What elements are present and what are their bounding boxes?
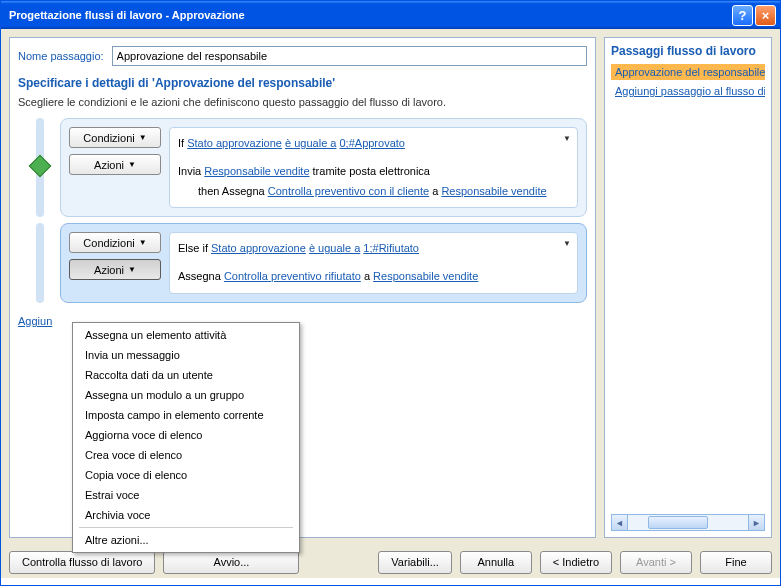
- caret-down-icon[interactable]: ▼: [563, 237, 571, 251]
- task-link[interactable]: Controlla preventivo con il cliente: [268, 185, 429, 197]
- scroll-thumb[interactable]: [648, 516, 708, 529]
- assignee-link[interactable]: Responsabile vendite: [441, 185, 546, 197]
- condition-op-link[interactable]: è uguale a: [309, 242, 360, 254]
- main-panel: Nome passaggio: Specificare i dettagli d…: [9, 37, 596, 538]
- check-workflow-button[interactable]: Controlla flusso di lavoro: [9, 551, 155, 574]
- task-link[interactable]: Controlla preventivo rifiutato: [224, 270, 361, 282]
- step-name-input[interactable]: [112, 46, 587, 66]
- scroll-left-button[interactable]: ◄: [611, 514, 628, 531]
- workflow-step-selected: Condizioni▼ Azioni▼ ▼ Else if Stato appr…: [60, 223, 587, 303]
- condition-op-link[interactable]: è uguale a: [285, 137, 336, 149]
- side-add-step-link[interactable]: Aggiungi passaggio al flusso di lav: [611, 83, 765, 99]
- menu-item[interactable]: Copia voce di elenco: [75, 465, 297, 485]
- variables-button[interactable]: Variabili...: [378, 551, 451, 574]
- diamond-icon: [29, 155, 52, 178]
- condition-value-link[interactable]: 1;#Rifiutato: [363, 242, 419, 254]
- assignee-link[interactable]: Responsabile vendite: [373, 270, 478, 282]
- workflow-rail: [18, 223, 60, 303]
- step-content[interactable]: ▼ Else if Stato approvazione è uguale a …: [169, 232, 578, 294]
- scroll-right-button[interactable]: ►: [748, 514, 765, 531]
- condition-field-link[interactable]: Stato approvazione: [211, 242, 306, 254]
- window-title: Progettazione flussi di lavoro - Approva…: [5, 9, 732, 21]
- caret-down-icon: ▼: [128, 265, 136, 274]
- dialog-body: Nome passaggio: Specificare i dettagli d…: [1, 29, 780, 546]
- menu-separator: [79, 527, 293, 528]
- start-button[interactable]: Avvio...: [163, 551, 299, 574]
- side-panel: Passaggi flusso di lavoro Approvazione d…: [604, 37, 772, 538]
- condition-value-link[interactable]: 0;#Approvato: [340, 137, 405, 149]
- next-button: Avanti >: [620, 551, 692, 574]
- recipient-link[interactable]: Responsabile vendite: [204, 165, 309, 177]
- workflow-block-1: Condizioni▼ Azioni▼ ▼ If Stato approvazi…: [18, 118, 587, 217]
- workflow-step: Condizioni▼ Azioni▼ ▼ If Stato approvazi…: [60, 118, 587, 217]
- section-title: Specificare i dettagli di 'Approvazione …: [18, 76, 587, 90]
- back-button[interactable]: < Indietro: [540, 551, 612, 574]
- condition-field-link[interactable]: Stato approvazione: [187, 137, 282, 149]
- step-name-row: Nome passaggio:: [18, 46, 587, 66]
- cancel-button[interactable]: Annulla: [460, 551, 532, 574]
- menu-item[interactable]: Assegna un elemento attività: [75, 325, 297, 345]
- close-button[interactable]: ×: [755, 5, 776, 26]
- conditions-dropdown[interactable]: Condizioni▼: [69, 232, 161, 253]
- step-buttons: Condizioni▼ Azioni▼: [69, 127, 161, 208]
- step-name-label: Nome passaggio:: [18, 50, 104, 62]
- caret-down-icon: ▼: [139, 133, 147, 142]
- scroll-track[interactable]: [628, 514, 748, 531]
- actions-dropdown-open[interactable]: Azioni▼: [69, 259, 161, 280]
- menu-item[interactable]: Invia un messaggio: [75, 345, 297, 365]
- menu-item[interactable]: Aggiorna voce di elenco: [75, 425, 297, 445]
- horizontal-scrollbar[interactable]: ◄ ►: [611, 514, 765, 531]
- caret-down-icon: ▼: [139, 238, 147, 247]
- actions-context-menu: Assegna un elemento attività Invia un me…: [72, 322, 300, 553]
- titlebar-buttons: ? ×: [732, 5, 776, 26]
- actions-dropdown[interactable]: Azioni▼: [69, 154, 161, 175]
- step-buttons: Condizioni▼ Azioni▼: [69, 232, 161, 294]
- menu-item[interactable]: Estrai voce: [75, 485, 297, 505]
- menu-item-more[interactable]: Altre azioni...: [75, 530, 297, 550]
- side-panel-title: Passaggi flusso di lavoro: [611, 44, 765, 58]
- menu-item[interactable]: Raccolta dati da un utente: [75, 365, 297, 385]
- menu-item[interactable]: Imposta campo in elemento corrente: [75, 405, 297, 425]
- workflow-rail: [18, 118, 60, 217]
- menu-item[interactable]: Archivia voce: [75, 505, 297, 525]
- titlebar: Progettazione flussi di lavoro - Approva…: [1, 1, 780, 29]
- conditions-dropdown[interactable]: Condizioni▼: [69, 127, 161, 148]
- finish-button[interactable]: Fine: [700, 551, 772, 574]
- caret-down-icon[interactable]: ▼: [563, 132, 571, 146]
- side-step-selected[interactable]: Approvazione del responsabile: [611, 64, 765, 80]
- section-desc: Scegliere le condizioni e le azioni che …: [18, 96, 587, 108]
- caret-down-icon: ▼: [128, 160, 136, 169]
- help-button[interactable]: ?: [732, 5, 753, 26]
- workflow-block-2: Condizioni▼ Azioni▼ ▼ Else if Stato appr…: [18, 223, 587, 303]
- menu-item[interactable]: Assegna un modulo a un gruppo: [75, 385, 297, 405]
- step-content[interactable]: ▼ If Stato approvazione è uguale a 0;#Ap…: [169, 127, 578, 208]
- menu-item[interactable]: Crea voce di elenco: [75, 445, 297, 465]
- add-branch-link[interactable]: Aggiun: [18, 315, 52, 327]
